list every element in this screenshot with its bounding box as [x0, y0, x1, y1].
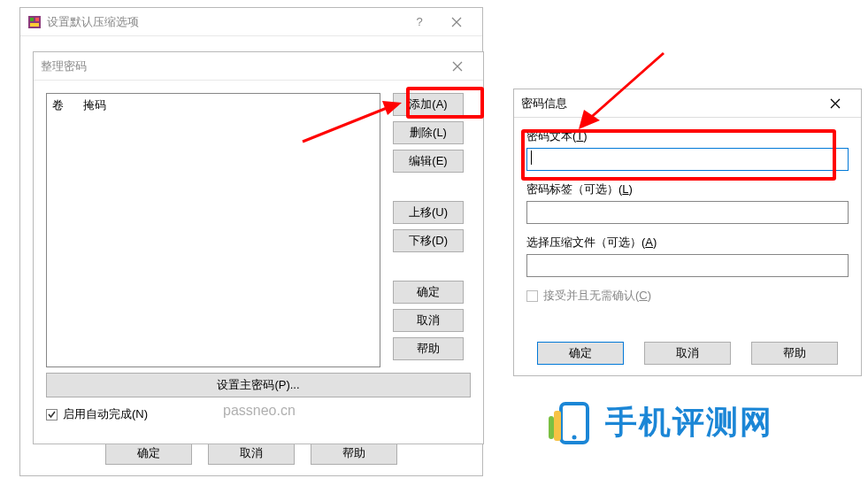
- accept-row: 接受并且无需确认(C): [526, 288, 849, 304]
- password-tag-group: 密码标签（可选）(L): [526, 181, 849, 224]
- phone-icon: [547, 398, 595, 446]
- ok-button[interactable]: 确定: [537, 342, 624, 365]
- list-header: 卷 掩码: [52, 97, 374, 113]
- help-icon[interactable]: ?: [401, 8, 438, 35]
- parent-titlebar[interactable]: 设置默认压缩选项 ?: [20, 8, 482, 36]
- svg-rect-1: [30, 18, 34, 21]
- accept-label: 接受并且无需确认(C): [543, 288, 651, 304]
- password-text-group: 密码文本(T): [526, 128, 849, 171]
- svg-rect-11: [549, 416, 554, 439]
- password-tag-label: 密码标签（可选）(L): [526, 181, 849, 197]
- manage-passwords-window: 整理密码 卷 掩码 添加(A) 删除(L) 编辑(E) 上移(U) 下移(D) …: [33, 51, 484, 444]
- manage-title: 整理密码: [41, 58, 439, 74]
- brand-text: 手机评测网: [605, 401, 773, 444]
- password-tag-field[interactable]: [526, 201, 849, 224]
- parent-button-row: 确定 取消 帮助: [20, 442, 482, 465]
- master-row: 设置主密码(P)...: [34, 367, 483, 403]
- ok-button[interactable]: 确定: [105, 442, 192, 465]
- cancel-button[interactable]: 取消: [644, 342, 731, 365]
- delete-button[interactable]: 删除(L): [393, 121, 464, 144]
- caret-icon: [531, 150, 532, 165]
- close-icon[interactable]: [439, 52, 476, 80]
- password-text-label: 密码文本(T): [526, 128, 849, 144]
- winrar-icon: [27, 15, 42, 29]
- svg-point-9: [572, 436, 577, 440]
- col-mask: 掩码: [83, 98, 106, 112]
- col-volume: 卷: [52, 98, 64, 112]
- set-master-password-button[interactable]: 设置主密码(P)...: [46, 373, 471, 397]
- svg-rect-10: [554, 411, 561, 441]
- edit-button[interactable]: 编辑(E): [393, 150, 464, 173]
- info-button-row: 确定 取消 帮助: [514, 342, 861, 365]
- brand-logo: 手机评测网: [547, 398, 773, 446]
- watermark-text: passneo.cn: [223, 403, 296, 419]
- ok-button[interactable]: 确定: [393, 281, 464, 304]
- close-icon[interactable]: [817, 89, 854, 117]
- archive-field[interactable]: [526, 254, 849, 277]
- svg-rect-3: [30, 23, 39, 27]
- help-button[interactable]: 帮助: [311, 442, 397, 465]
- info-titlebar[interactable]: 密码信息: [514, 89, 861, 118]
- manage-titlebar[interactable]: 整理密码: [34, 52, 483, 81]
- cancel-button[interactable]: 取消: [393, 309, 464, 332]
- password-text-field[interactable]: [526, 148, 849, 171]
- password-list-area: 卷 掩码: [46, 93, 380, 367]
- password-info-window: 密码信息 密码文本(T) 密码标签（可选）(L) 选择压缩文件（可选）(A) 接…: [513, 89, 862, 376]
- move-down-button[interactable]: 下移(D): [393, 229, 464, 252]
- archive-group: 选择压缩文件（可选）(A): [526, 235, 849, 277]
- info-title: 密码信息: [521, 96, 817, 112]
- auto-complete-label: 启用自动完成(N): [63, 406, 148, 422]
- move-up-button[interactable]: 上移(U): [393, 201, 464, 224]
- accept-checkbox[interactable]: [526, 290, 538, 302]
- close-icon[interactable]: [438, 8, 475, 35]
- help-button[interactable]: 帮助: [393, 337, 464, 360]
- archive-label: 选择压缩文件（可选）(A): [526, 235, 849, 251]
- help-button[interactable]: 帮助: [751, 342, 838, 365]
- cancel-button[interactable]: 取消: [208, 442, 295, 465]
- password-list[interactable]: 卷 掩码: [46, 93, 380, 367]
- svg-rect-2: [35, 18, 39, 21]
- manage-body: 卷 掩码 添加(A) 删除(L) 编辑(E) 上移(U) 下移(D) 确定 取消…: [34, 81, 483, 367]
- add-button[interactable]: 添加(A): [393, 93, 464, 116]
- side-buttons: 添加(A) 删除(L) 编辑(E) 上移(U) 下移(D) 确定 取消 帮助: [393, 93, 471, 367]
- parent-title: 设置默认压缩选项: [47, 14, 401, 30]
- auto-complete-checkbox[interactable]: [46, 409, 58, 420]
